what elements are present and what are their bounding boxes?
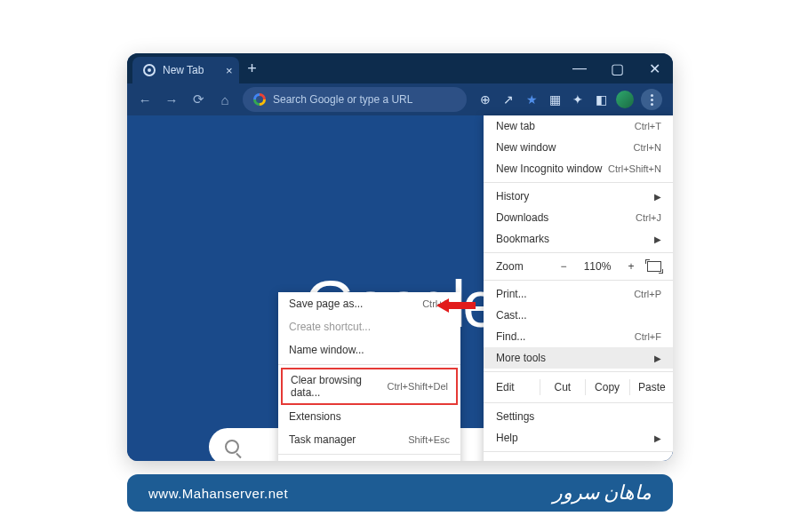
- window-controls: — ▢ ✕: [561, 53, 673, 83]
- menu-new-window[interactable]: New windowCtrl+N: [484, 137, 673, 158]
- zoom-out-button[interactable]: −: [556, 260, 571, 273]
- menu-help[interactable]: Help▶: [484, 427, 673, 449]
- submenu-developer-tools[interactable]: Developer toolsCtrl+Shift+I: [278, 457, 460, 461]
- highlight-box: Clear browsing data...Ctrl+Shift+Del: [281, 368, 458, 405]
- menu-separator: [484, 280, 673, 281]
- menu-separator: [278, 454, 460, 455]
- menu-separator: [484, 182, 673, 183]
- fullscreen-icon[interactable]: [647, 261, 661, 272]
- menu-history[interactable]: History▶: [484, 186, 673, 207]
- minimize-button[interactable]: —: [561, 53, 598, 83]
- submenu-save-page[interactable]: Save page as...Ctrl+S: [278, 292, 460, 315]
- back-button[interactable]: ←: [132, 87, 157, 112]
- menu-new-tab[interactable]: New tabCtrl+T: [484, 115, 673, 137]
- submenu-arrow-icon: ▶: [654, 234, 661, 244]
- submenu-arrow-icon: ▶: [654, 192, 661, 202]
- menu-print[interactable]: Print...Ctrl+P: [484, 283, 673, 305]
- search-icon: [225, 440, 239, 454]
- chrome-icon: [143, 64, 156, 76]
- reload-button[interactable]: ⟳: [186, 87, 211, 112]
- menu-separator: [484, 252, 673, 253]
- omnibox-placeholder: Search Google or type a URL: [273, 93, 412, 106]
- omnibox[interactable]: Search Google or type a URL: [243, 87, 467, 112]
- menu-paste[interactable]: Paste: [629, 379, 673, 395]
- menu-separator: [484, 451, 673, 452]
- more-tools-submenu: Save page as...Ctrl+S Create shortcut...…: [278, 292, 460, 461]
- svg-marker-0: [436, 298, 476, 313]
- chrome-main-menu: New tabCtrl+T New windowCtrl+N New Incog…: [484, 115, 673, 461]
- menu-separator: [484, 402, 673, 403]
- menu-cut[interactable]: Cut: [540, 379, 584, 395]
- menu-cast[interactable]: Cast...: [484, 305, 673, 326]
- menu-copy[interactable]: Copy: [585, 379, 629, 395]
- submenu-arrow-icon: ▶: [654, 353, 661, 363]
- menu-separator: [278, 364, 460, 365]
- bookmark-star-icon[interactable]: ★: [524, 91, 540, 107]
- menu-zoom: Zoom − 110% +: [484, 256, 673, 277]
- submenu-arrow-icon: ▶: [654, 433, 661, 443]
- close-window-button[interactable]: ✕: [636, 53, 673, 83]
- banner-brand: ماهان سرور: [553, 481, 652, 504]
- chrome-menu-button[interactable]: [641, 89, 662, 110]
- maximize-button[interactable]: ▢: [598, 53, 636, 83]
- submenu-clear-browsing-data[interactable]: Clear browsing data...Ctrl+Shift+Del: [283, 369, 456, 403]
- zoom-in-button[interactable]: +: [624, 260, 638, 273]
- extension-icon-1[interactable]: ▦: [547, 91, 563, 107]
- home-button[interactable]: ⌂: [212, 87, 237, 112]
- extension-icon-2[interactable]: ◧: [593, 91, 609, 107]
- submenu-create-shortcut[interactable]: Create shortcut...: [278, 315, 460, 338]
- menu-settings[interactable]: Settings: [484, 406, 673, 427]
- title-bar: New Tab × + — ▢ ✕: [127, 53, 673, 83]
- profile-avatar[interactable]: [616, 91, 634, 108]
- menu-edit-label: Edit: [484, 379, 540, 395]
- menu-separator: [484, 371, 673, 372]
- menu-find[interactable]: Find...Ctrl+F: [484, 326, 673, 347]
- zoom-value: 110%: [580, 260, 615, 273]
- new-tab-button[interactable]: +: [239, 53, 264, 83]
- submenu-name-window[interactable]: Name window...: [278, 338, 460, 361]
- browser-window: New Tab × + — ▢ ✕ ← → ⟳ ⌂ Search Google …: [127, 53, 673, 461]
- menu-edit-row: Edit Cut Copy Paste: [484, 375, 673, 400]
- banner-url: www.Mahanserver.net: [148, 486, 288, 501]
- zoom-icon[interactable]: ⊕: [477, 91, 493, 107]
- submenu-extensions[interactable]: Extensions: [278, 405, 460, 428]
- menu-downloads[interactable]: DownloadsCtrl+J: [484, 207, 673, 228]
- tab-title: New Tab: [163, 64, 204, 76]
- annotation-arrow: [436, 296, 476, 315]
- toolbar-right: ⊕ ↗ ★ ▦ ✦ ◧: [472, 89, 668, 110]
- submenu-task-manager[interactable]: Task managerShift+Esc: [278, 428, 460, 451]
- close-tab-icon[interactable]: ×: [226, 64, 233, 77]
- share-icon[interactable]: ↗: [500, 91, 516, 107]
- menu-bookmarks[interactable]: Bookmarks▶: [484, 228, 673, 250]
- forward-button[interactable]: →: [159, 87, 184, 112]
- menu-more-tools[interactable]: More tools▶: [484, 347, 673, 369]
- watermark-banner: www.Mahanserver.net ماهان سرور: [127, 474, 673, 512]
- menu-exit[interactable]: Exit: [484, 455, 673, 461]
- menu-new-incognito[interactable]: New Incognito windowCtrl+Shift+N: [484, 158, 673, 179]
- browser-tab[interactable]: New Tab ×: [132, 57, 239, 83]
- google-icon: [253, 93, 266, 106]
- extensions-puzzle-icon[interactable]: ✦: [570, 91, 586, 107]
- toolbar: ← → ⟳ ⌂ Search Google or type a URL ⊕ ↗ …: [127, 83, 673, 115]
